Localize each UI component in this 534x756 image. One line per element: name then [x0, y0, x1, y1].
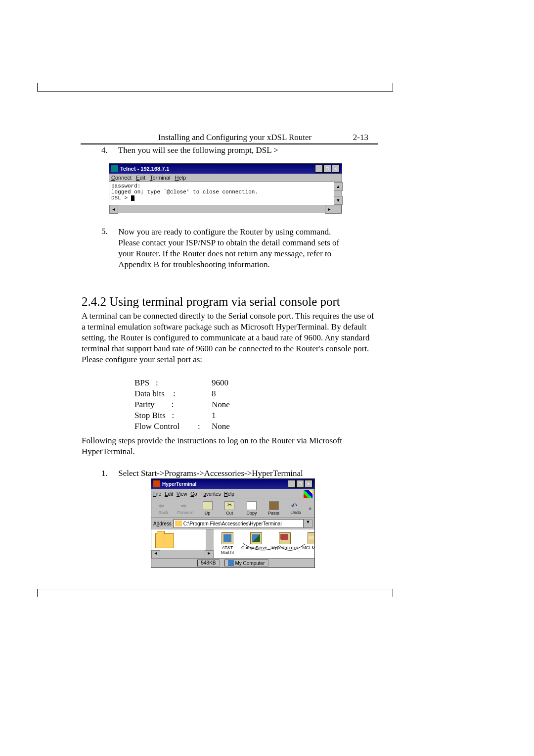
windows-logo-icon [304, 490, 312, 498]
top-page-rule [37, 91, 393, 92]
left-pane-vertical-scrollbar[interactable] [206, 529, 214, 550]
setting-label: Flow Control [134, 422, 197, 431]
exe-file-icon [279, 532, 291, 544]
cut-button[interactable]: Cut [221, 501, 239, 516]
horizontal-scrollbar[interactable]: ◄ ► [109, 205, 342, 213]
table-row: Data bits : 8 [134, 389, 254, 399]
telnet-title-text: Telnet - 192.168.7.1 [120, 166, 315, 172]
step-text: Now you are ready to configure the Route… [118, 227, 346, 270]
menu-connect[interactable]: Connect [111, 175, 132, 181]
address-bar: Address C:\Program Files\Accessories\Hyp… [151, 518, 314, 529]
setting-label: Parity : [134, 400, 197, 410]
crop-tick [37, 589, 38, 597]
paste-button[interactable]: Paste [265, 501, 283, 516]
status-location: My Computer [224, 560, 268, 567]
scroll-left-icon[interactable]: ◄ [109, 205, 118, 214]
table-row: Flow Control : None [134, 422, 254, 431]
crop-tick [393, 83, 393, 91]
scroll-right-icon[interactable]: ► [205, 550, 214, 558]
menu-view[interactable]: View [177, 491, 187, 497]
undo-button[interactable]: Undo [287, 502, 305, 515]
copy-icon [247, 501, 257, 510]
vertical-scrollbar[interactable]: ▲ ▼ [334, 182, 342, 205]
serial-port-settings: BPS : 9600 Data bits : 8 Parity : None S… [134, 377, 255, 432]
left-pane-horizontal-scrollbar[interactable]: ◄ ► [151, 550, 214, 558]
menu-help[interactable]: Help [175, 175, 186, 181]
hyper-title-text: HyperTerminal [162, 481, 288, 487]
bottom-page-rule [37, 589, 393, 589]
address-label: Address [153, 521, 172, 526]
terminal-cursor [131, 195, 134, 201]
setting-value: 1 [212, 411, 254, 421]
step-5: 5. Now you are ready to configure the Ro… [101, 227, 378, 270]
forward-button[interactable]: Forward [177, 502, 195, 515]
setting-label: Data bits : [134, 389, 197, 399]
menu-go[interactable]: Go [190, 491, 197, 497]
page-header-title: Installing and Configuring your xDSL Rou… [131, 133, 339, 142]
file-hypertrm-exe[interactable]: Hypertrm.exe [273, 532, 297, 555]
setting-label: Stop Bits : [134, 411, 197, 421]
address-dropdown-icon[interactable]: ▼ [304, 519, 312, 528]
back-button[interactable]: Back [154, 502, 173, 515]
setting-value: None [212, 422, 254, 431]
page-number: 2-13 [339, 133, 368, 142]
folder-up-icon [203, 501, 213, 510]
maximize-button[interactable]: □ [323, 165, 331, 173]
up-button[interactable]: Up [198, 501, 217, 516]
step-text: Then you will see the following prompt, … [118, 145, 278, 155]
table-row: BPS : 9600 [134, 378, 254, 388]
address-path-input[interactable]: C:\Program Files\Accessories\HyperTermin… [174, 519, 304, 528]
scroll-left-icon[interactable]: ◄ [151, 550, 160, 558]
header-underline [81, 143, 378, 144]
file-att-mail[interactable]: AT&T Mail.ht [216, 532, 239, 555]
crop-tick [37, 83, 38, 91]
telnet-terminal-body[interactable]: password: logged on; type `@close' to cl… [109, 182, 342, 205]
resize-grip-icon[interactable] [333, 205, 342, 214]
step-number: 5. [101, 227, 116, 236]
step-number: 1. [101, 469, 116, 478]
setting-value: 9600 [212, 378, 254, 388]
follow-text: Following steps provide the instructions… [82, 435, 378, 457]
maximize-button[interactable]: □ [296, 480, 304, 488]
copy-button[interactable]: Copy [243, 501, 261, 516]
folder-icon [175, 520, 182, 526]
step-1: 1. Select Start->Programs->Accessories->… [101, 469, 378, 478]
table-row: Parity : None [134, 400, 254, 410]
setting-label: BPS : [134, 378, 197, 388]
ht-file-icon [222, 532, 233, 544]
file-compuserve[interactable]: CompuServe... [244, 532, 268, 555]
hyper-menubar[interactable]: File Edit View Go Favorites Help [151, 489, 314, 499]
setting-value: None [212, 400, 254, 410]
open-folder-icon [155, 533, 174, 548]
table-row: Stop Bits : 1 [134, 411, 254, 421]
undo-icon [291, 502, 300, 510]
close-button[interactable]: × [332, 165, 340, 173]
clipboard-icon [269, 501, 279, 510]
hyper-toolbar: Back Forward Up Cut Copy Paste Undo » [151, 499, 314, 518]
step-number: 4. [101, 145, 116, 155]
menu-file[interactable]: File [153, 491, 161, 497]
setting-value: 8 [212, 389, 254, 399]
menu-help[interactable]: Help [224, 491, 234, 497]
telnet-titlebar[interactable]: Telnet - 192.168.7.1 _ □ × [109, 164, 342, 174]
telnet-window: Telnet - 192.168.7.1 _ □ × Connect Edit … [109, 163, 342, 213]
toolbar-overflow-icon[interactable]: » [309, 506, 312, 511]
menu-favorites[interactable]: Favorites [200, 491, 221, 497]
telnet-menubar[interactable]: Connect Edit Terminal Help [109, 174, 342, 182]
folder-content-pane[interactable]: HyperTerm... ◄ ► AT&T Mail.ht CompuServe… [151, 529, 314, 558]
ht-file-icon [250, 532, 262, 544]
minimize-button[interactable]: _ [288, 480, 296, 488]
my-computer-icon [228, 560, 234, 566]
scroll-down-icon[interactable]: ▼ [334, 196, 343, 205]
minimize-button[interactable]: _ [315, 165, 323, 173]
telnet-app-icon [111, 165, 118, 172]
scissors-icon [224, 501, 234, 510]
file-mci-mail[interactable]: MCI Mail.ht [302, 532, 314, 555]
hyper-titlebar[interactable]: HyperTerminal _ □ × [151, 479, 314, 489]
scroll-up-icon[interactable]: ▲ [334, 182, 343, 191]
hyperterminal-app-icon [153, 480, 160, 487]
menu-edit[interactable]: Edit [165, 491, 173, 497]
menu-edit[interactable]: Edit [136, 175, 145, 181]
menu-terminal[interactable]: Terminal [150, 175, 171, 181]
close-button[interactable]: × [305, 480, 312, 488]
